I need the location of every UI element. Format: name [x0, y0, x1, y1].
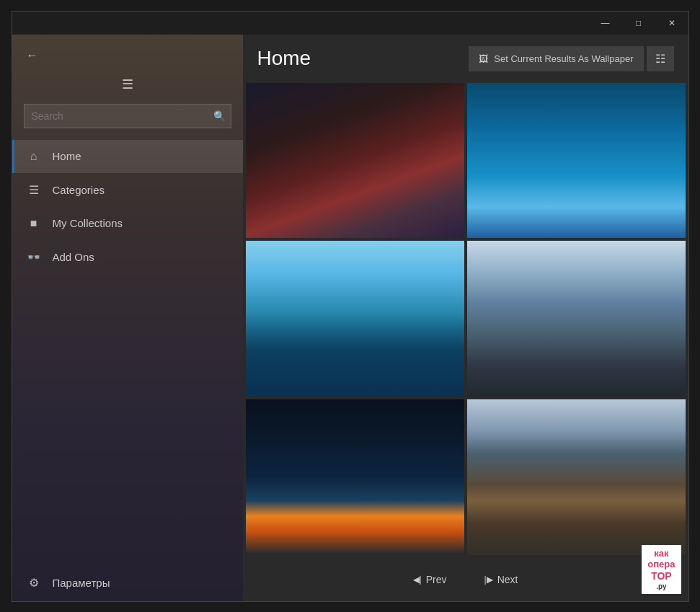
close-button[interactable]: ✕	[655, 12, 688, 35]
wallpaper-image-2	[467, 83, 686, 239]
prev-icon: ◀|	[413, 575, 422, 585]
watermark-line3: TOP	[651, 570, 672, 582]
settings-label: Параметры	[53, 577, 110, 589]
addons-icon: 👓	[27, 250, 41, 264]
image-cell-3[interactable]	[246, 241, 464, 396]
nav-items: ⌂ Home ☰ Categories ■ My Collections 👓 A…	[12, 140, 243, 274]
wallpaper-image-5	[246, 399, 464, 555]
minimize-button[interactable]: —	[589, 12, 622, 35]
sidebar-top: ←	[12, 35, 243, 71]
menu-button[interactable]: ☰	[12, 71, 243, 98]
collections-icon: ■	[27, 217, 41, 230]
categories-icon: ☰	[27, 183, 41, 197]
sidebar-item-addons-label: Add Ons	[53, 251, 94, 263]
title-bar: — □ ✕	[12, 12, 688, 35]
panel-header: Home 🖼 Set Current Results As Wallpaper …	[243, 35, 688, 83]
set-wallpaper-label: Set Current Results As Wallpaper	[494, 53, 633, 64]
header-actions: 🖼 Set Current Results As Wallpaper ☷	[469, 46, 673, 71]
wallpaper-image-4	[467, 241, 686, 396]
wallpaper-image-1	[246, 83, 464, 239]
next-label: Next	[497, 574, 518, 585]
image-cell-6[interactable]	[467, 399, 686, 555]
page-title: Home	[257, 47, 311, 70]
monitor-icon: 🖼	[479, 53, 488, 64]
search-input[interactable]	[24, 104, 231, 128]
image-cell-5[interactable]	[246, 399, 464, 555]
next-button[interactable]: |▶ Next	[473, 568, 530, 591]
image-cell-2[interactable]	[467, 83, 686, 239]
next-icon: |▶	[484, 575, 493, 585]
watermark-line1: как	[654, 548, 668, 559]
sidebar-item-my-collections[interactable]: ■ My Collections	[12, 207, 243, 240]
sidebar-item-add-ons[interactable]: 👓 Add Ons	[12, 240, 243, 274]
sidebar-item-home-label: Home	[53, 150, 81, 162]
home-icon: ⌂	[27, 150, 41, 163]
sidebar-item-categories[interactable]: ☰ Categories	[12, 173, 243, 207]
image-cell-4[interactable]	[467, 241, 686, 396]
sidebar-item-collections-label: My Collections	[53, 217, 123, 229]
back-button[interactable]: ←	[24, 46, 41, 65]
pagination: ◀| Prev |▶ Next	[243, 558, 688, 601]
sidebar-item-categories-label: Categories	[53, 184, 105, 196]
title-bar-controls: — □ ✕	[589, 12, 688, 35]
search-bar: 🔍	[24, 104, 231, 128]
image-cell-1[interactable]	[246, 83, 464, 239]
search-button[interactable]: 🔍	[213, 110, 226, 122]
sidebar: ← ☰ 🔍 ⌂ Home ☰ Categories ■ My Collectio…	[12, 35, 243, 601]
sidebar-item-home[interactable]: ⌂ Home	[12, 140, 243, 173]
prev-button[interactable]: ◀| Prev	[402, 568, 458, 591]
view-toggle-button[interactable]: ☷	[647, 46, 674, 71]
watermark-line2: опера	[647, 559, 675, 570]
wallpaper-image-6	[467, 399, 686, 555]
wallpaper-image-3	[246, 241, 464, 396]
maximize-button[interactable]: □	[622, 12, 655, 35]
right-panel: Home 🖼 Set Current Results As Wallpaper …	[243, 35, 688, 601]
app-window: — □ ✕ ← ☰ 🔍 ⌂ Home ☰ Catego	[12, 11, 689, 602]
watermark: как опера TOP .ру	[642, 545, 681, 594]
main-content: ← ☰ 🔍 ⌂ Home ☰ Categories ■ My Collectio…	[12, 35, 688, 601]
set-wallpaper-button[interactable]: 🖼 Set Current Results As Wallpaper	[469, 46, 643, 71]
settings-icon: ⚙	[27, 576, 41, 590]
image-grid	[243, 83, 688, 558]
prev-label: Prev	[426, 574, 447, 585]
grid-icon: ☷	[655, 53, 665, 65]
watermark-line4: .ру	[656, 582, 666, 591]
sidebar-settings[interactable]: ⚙ Параметры	[12, 564, 243, 601]
